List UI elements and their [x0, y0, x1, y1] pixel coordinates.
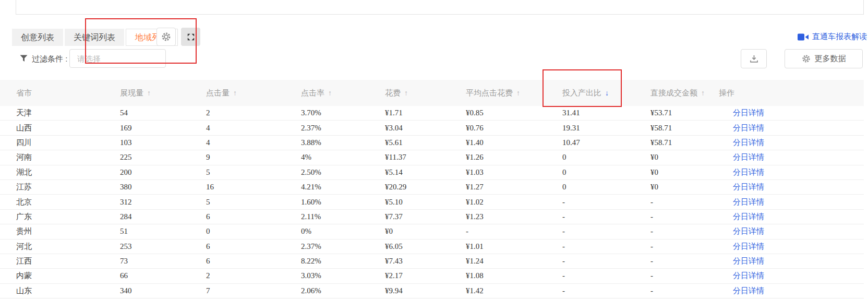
table-cell-cost: ¥11.37: [385, 153, 466, 162]
table-cell-province: 北京: [0, 197, 120, 207]
table-cell-actions: 分日详情: [719, 242, 864, 252]
tab-keyword-list[interactable]: 关键词列表: [65, 29, 124, 46]
daily-detail-link[interactable]: 分日详情: [733, 168, 764, 176]
download-button[interactable]: [741, 49, 767, 68]
table-cell-roi: -: [562, 242, 650, 251]
table-cell-cost: ¥2.17: [385, 271, 466, 280]
column-header-avg-click-cost[interactable]: 平均点击花费↑: [466, 88, 562, 98]
fullscreen-button[interactable]: [181, 28, 200, 46]
table-cell-actions: 分日详情: [719, 168, 864, 177]
table-cell-avg-click-cost: ¥0.85: [466, 109, 562, 117]
table-cell-actions: 分日详情: [719, 256, 864, 266]
table-cell-roi: 19.31: [562, 124, 650, 133]
column-label: 点击量: [206, 88, 230, 98]
column-label: 花费: [385, 88, 401, 98]
table-cell-ctr: 3.03%: [301, 271, 385, 280]
daily-detail-link[interactable]: 分日详情: [733, 212, 764, 221]
table-row: 内蒙6623.03%¥2.17¥1.08--分日详情: [0, 269, 864, 283]
column-label: 展现量: [120, 88, 143, 98]
column-settings-button[interactable]: [156, 28, 176, 46]
table-cell-avg-click-cost: ¥0.76: [466, 124, 562, 133]
table-cell-direct-transaction-amount: -: [650, 198, 719, 207]
table-cell-province: 广东: [0, 212, 120, 222]
expand-arrows-icon: [187, 33, 195, 41]
column-header-impressions[interactable]: 展现量↑: [120, 88, 206, 98]
table-cell-cost: ¥5.61: [385, 138, 466, 147]
table-cell-ctr: 2.37%: [301, 242, 385, 251]
table-cell-impressions: 54: [120, 109, 206, 117]
table-cell-cost: ¥7.43: [385, 257, 466, 266]
table-cell-direct-transaction-amount: ¥0: [650, 168, 719, 177]
sort-down-icon: ↓: [605, 89, 609, 97]
column-label: 操作: [719, 88, 734, 98]
table-cell-clicks: 4: [206, 124, 301, 133]
daily-detail-link[interactable]: 分日详情: [733, 123, 764, 132]
table-cell-avg-click-cost: ¥1.26: [466, 153, 562, 162]
column-header-province: 省市: [0, 88, 120, 98]
table-cell-clicks: 5: [206, 168, 301, 177]
filter-select-input[interactable]: [69, 49, 166, 68]
table-cell-roi: -: [562, 227, 650, 236]
table-cell-ctr: 2.11%: [301, 212, 385, 221]
daily-detail-link[interactable]: 分日详情: [733, 182, 764, 191]
sort-up-icon: ↑: [233, 89, 237, 97]
table-cell-ctr: 8.22%: [301, 257, 385, 266]
report-guide-link[interactable]: 直通车报表解读: [798, 32, 867, 42]
daily-detail-link[interactable]: 分日详情: [733, 286, 764, 295]
column-header-cost[interactable]: 花费↑: [385, 88, 466, 98]
table-cell-avg-click-cost: ¥1.01: [466, 242, 562, 251]
table-cell-direct-transaction-amount: -: [650, 271, 719, 280]
table-cell-roi: 0: [562, 183, 650, 192]
download-tray-icon: [750, 55, 758, 63]
table-cell-impressions: 340: [120, 286, 206, 295]
daily-detail-link[interactable]: 分日详情: [733, 271, 764, 280]
daily-detail-link[interactable]: 分日详情: [733, 108, 764, 117]
table-cell-actions: 分日详情: [719, 197, 864, 207]
table-cell-roi: -: [562, 286, 650, 295]
table-cell-province: 四川: [0, 138, 120, 148]
table-cell-roi: -: [562, 271, 650, 280]
daily-detail-link[interactable]: 分日详情: [733, 152, 764, 161]
table-cell-impressions: 200: [120, 168, 206, 177]
daily-detail-link[interactable]: 分日详情: [733, 197, 764, 206]
tab-creative-list[interactable]: 创意列表: [12, 29, 63, 46]
column-header-direct-transaction-amount[interactable]: 直接成交金额↑: [650, 88, 719, 98]
column-header-actions: 操作: [719, 88, 864, 98]
column-header-clicks[interactable]: 点击量↑: [206, 88, 301, 98]
table-cell-actions: 分日详情: [719, 286, 864, 296]
table-row: 河南22594%¥11.37¥1.260¥0分日详情: [0, 150, 864, 165]
daily-detail-link[interactable]: 分日详情: [733, 138, 764, 147]
table-cell-direct-transaction-amount: -: [650, 242, 719, 251]
table-cell-cost: ¥20.29: [385, 183, 466, 192]
table-cell-actions: 分日详情: [719, 226, 864, 236]
funnel-icon: [20, 55, 28, 62]
table-cell-roi: -: [562, 198, 650, 207]
report-guide-label: 直通车报表解读: [812, 32, 867, 42]
table-cell-ctr: 2.50%: [301, 168, 385, 177]
table-cell-cost: ¥6.05: [385, 242, 466, 251]
video-camera-icon: [798, 33, 809, 41]
table-cell-actions: 分日详情: [719, 182, 864, 192]
column-header-ctr[interactable]: 点击率↑: [301, 88, 385, 98]
table-cell-actions: 分日详情: [719, 212, 864, 222]
sort-up-icon: ↑: [404, 89, 408, 97]
table-cell-avg-click-cost: ¥1.08: [466, 271, 562, 280]
column-header-roi[interactable]: 投入产出比↓: [562, 88, 650, 98]
column-label: 投入产出比: [562, 88, 601, 98]
daily-detail-link[interactable]: 分日详情: [733, 242, 764, 250]
table-cell-avg-click-cost: ¥1.40: [466, 138, 562, 147]
more-data-button[interactable]: 更多数据: [785, 49, 863, 68]
sort-up-icon: ↑: [328, 89, 332, 97]
table-cell-ctr: 0%: [301, 227, 385, 236]
table-cell-impressions: 253: [120, 242, 206, 251]
table-cell-avg-click-cost: ¥1.42: [466, 286, 562, 295]
tab-bar: 创意列表 关键词列表 地域列表: [12, 29, 178, 46]
sort-up-icon: ↑: [516, 89, 520, 97]
table-cell-avg-click-cost: ¥1.27: [466, 183, 562, 192]
gear-icon: [802, 54, 811, 63]
table-cell-clicks: 6: [206, 212, 301, 221]
table-cell-roi: 31.41: [562, 109, 650, 117]
daily-detail-link[interactable]: 分日详情: [733, 226, 764, 235]
daily-detail-link[interactable]: 分日详情: [733, 256, 764, 265]
table-cell-clicks: 4: [206, 138, 301, 147]
